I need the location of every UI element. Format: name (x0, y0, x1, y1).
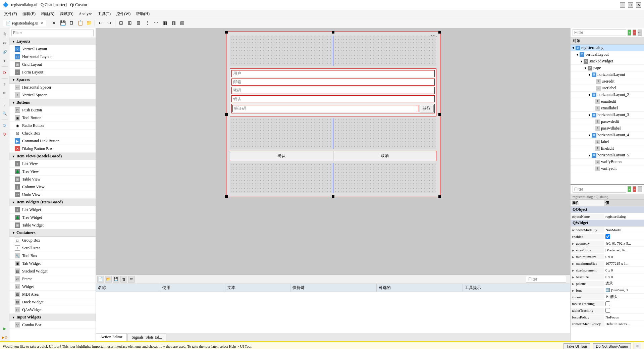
strip-search[interactable]: 🔍 (1, 110, 8, 117)
tab-close-btn[interactable]: ✕ (40, 21, 43, 26)
sidebar-item-scroll-area[interactable]: ↕ Scroll Area (9, 244, 96, 252)
strip-qtchat-debug[interactable]: Qt (1, 130, 8, 138)
strip-mode-pointer[interactable]: 🖰 (1, 31, 8, 38)
prop-geometry[interactable]: ▶ geometry {(0, 0), 792 x 5... (571, 240, 644, 247)
sidebar-item-form-layout[interactable]: ≡ Form Layout (9, 68, 96, 76)
section-containers[interactable]: ▼ Containers (9, 229, 96, 237)
sidebar-item-h-spacer[interactable]: ↔ Horizontal Spacer (9, 84, 96, 91)
maximize-btn[interactable]: □ (628, 2, 633, 8)
strip-help[interactable]: ? (1, 101, 8, 108)
prop-filter-add-btn[interactable]: + (628, 186, 631, 192)
prop-filter-options-btn[interactable]: ⋯ (638, 186, 642, 192)
close-btn[interactable]: ✕ (636, 2, 641, 8)
take-ui-tour-btn[interactable]: Take UI Tour (564, 343, 590, 349)
toolbar-align4[interactable]: ⋮ (143, 19, 151, 27)
strip-project[interactable]: P (1, 81, 8, 88)
strip-debug[interactable]: D (1, 69, 8, 76)
sidebar-item-group-box[interactable]: □ Group Box (9, 237, 96, 244)
cancel-button[interactable]: 取消 (333, 151, 436, 161)
no-show-btn[interactable]: Do Not Show Again (593, 343, 631, 349)
handle-br[interactable] (438, 195, 441, 198)
tree-page[interactable]: ▼ P page (571, 65, 644, 71)
prop-windowModality[interactable]: windowModality NonModal (571, 227, 644, 233)
toolbar-save1[interactable]: 💾 (59, 19, 67, 27)
tab-action-editor[interactable]: Action Editor (96, 333, 127, 341)
prop-tabletTracking-checkbox[interactable] (605, 308, 610, 313)
section-spacers[interactable]: ▼ Spacers (9, 76, 96, 84)
confirm-button[interactable]: 确认 (230, 151, 333, 161)
tree-stackedWidget[interactable]: ▼ S stackedWidget (571, 58, 644, 65)
menu-build[interactable]: 构建(B) (38, 10, 57, 17)
object-filter-options-btn[interactable]: ⋯ (638, 30, 642, 36)
section-buttons[interactable]: ▼ Buttons (9, 99, 96, 106)
toolbar-align7[interactable]: ▥ (169, 19, 177, 27)
prop-contextMenuPolicy[interactable]: contextMenuPolicy DefaultContex... (571, 320, 644, 327)
email-input[interactable] (231, 79, 435, 86)
tree-arrow-verticalLayout[interactable]: ▼ (576, 53, 579, 56)
prop-sizeIncrement[interactable]: ▶ sizeIncrement 0 x 0 (571, 267, 644, 273)
design-canvas-wrapper[interactable]: ◀ ▶ (96, 28, 570, 274)
sidebar-item-stacked-widget[interactable]: ▤ Stacked Widget (9, 267, 96, 275)
section-item-views[interactable]: ▼ Item Views (Model-Based) (9, 153, 96, 160)
prop-cursor[interactable]: cursor 🖱 箭头 (571, 294, 644, 300)
sidebar-item-command-link-button[interactable]: ▶ Command Link Button (9, 137, 96, 145)
section-item-widgets[interactable]: ▼ Item Widgets (Item-Based) (9, 199, 96, 206)
sidebar-item-push-button[interactable]: □ Push Button (9, 106, 96, 114)
menu-tools[interactable]: 工具(T) (95, 10, 113, 17)
prop-tabletTracking[interactable]: tabletTracking (571, 307, 644, 314)
prop-focusPolicy[interactable]: focusPolicy NoFocus (571, 314, 644, 320)
sidebar-item-mdi-area[interactable]: ⊡ MDI Area (9, 291, 96, 298)
tab-signals-slots[interactable]: Signals_Slots Ed... (127, 334, 167, 341)
section-layouts[interactable]: ▼ Layouts (9, 38, 96, 45)
tour-close-btn[interactable]: ✕ (634, 343, 641, 349)
sidebar-item-table-widget[interactable]: ⊞ Table Widget (9, 221, 96, 229)
sidebar-item-tab-widget[interactable]: ▣ Tab Widget (9, 260, 96, 267)
prop-objectName[interactable]: objectName registerdialog (571, 213, 644, 220)
minimize-btn[interactable]: ─ (620, 2, 625, 8)
toolbar-save4[interactable]: 📁 (85, 19, 93, 27)
sidebar-item-horizontal-layout[interactable]: H Horizontal Layout (9, 53, 96, 61)
prop-filter-input[interactable] (573, 186, 626, 193)
prop-filter-remove-btn[interactable]: − (633, 186, 636, 192)
sidebar-filter-input[interactable] (11, 30, 94, 36)
tree-arrow-hLayout[interactable]: ▼ (588, 73, 591, 77)
tree-horizontalLayout[interactable]: ▼ H horizontalLayout (571, 71, 644, 78)
tree-emaillabel[interactable]: L emaillabel (571, 105, 644, 112)
strip-mode-tab[interactable]: T (1, 57, 8, 64)
toolbar-undo[interactable]: ↩ (97, 19, 105, 27)
toolbar-align2[interactable]: ⊞ (126, 19, 134, 27)
strip-run[interactable]: ▶ (1, 325, 8, 332)
sidebar-item-grid-layout[interactable]: ⊞ Grid Layout (9, 61, 96, 68)
sidebar-item-v-spacer[interactable]: ↕ Vertical Spacer (9, 91, 96, 99)
sidebar-item-table-view[interactable]: ⊞ Table View (9, 176, 96, 183)
action-del-btn[interactable]: 🗑 (120, 276, 127, 283)
sidebar-item-column-view[interactable]: ∥ Column View (9, 183, 96, 191)
sidebar-item-dialog-button-box[interactable]: ✕ Dialog Button Box (9, 145, 96, 153)
handle-ml[interactable] (225, 113, 228, 116)
toolbar-align6[interactable]: ▦ (161, 19, 169, 27)
toolbar-save2[interactable]: 🗒 (67, 19, 75, 27)
tree-lineEdit[interactable]: E lineEdit (571, 145, 644, 152)
toolbar-align8[interactable]: ▤ (178, 19, 186, 27)
sidebar-item-tool-button[interactable]: ▣ Tool Button (9, 114, 96, 122)
prop-mouseTracking-checkbox[interactable] (605, 301, 610, 306)
prop-enabled[interactable]: enabled (571, 233, 644, 240)
prop-palette[interactable]: ▶ palette 透承 (571, 280, 644, 287)
prop-enabled-checkbox[interactable] (605, 234, 610, 239)
menu-widgets[interactable]: 控件(W) (113, 10, 133, 17)
menu-file[interactable]: 文件(F) (1, 10, 20, 17)
file-tab[interactable]: 📄 registerdialog.ui ✕ (3, 20, 46, 27)
tree-horizontalLayout2[interactable]: ▼ H horizontalLayout_2 (571, 92, 644, 98)
strip-edit[interactable]: ✏ (1, 89, 8, 97)
tree-passwdedit[interactable]: E passwdedit (571, 118, 644, 125)
sidebar-item-check-box[interactable]: ☑ Check Box (9, 130, 96, 137)
tree-verticalLayout[interactable]: ▼ V verticalLayout (571, 51, 644, 58)
tree-horizontalLayout4[interactable]: ▼ H horizontalLayout_4 (571, 132, 644, 139)
action-edit-btn[interactable]: ✏ (128, 276, 135, 283)
tree-emailedit[interactable]: E emailedit (571, 98, 644, 105)
tree-arrow-page[interactable]: ▼ (584, 66, 587, 70)
sidebar-item-list-widget[interactable]: ≡ List Widget (9, 206, 96, 214)
tree-label[interactable]: L label (571, 139, 644, 145)
sidebar-item-tool-box[interactable]: 🔧 Tool Box (9, 252, 96, 260)
toolbar-align1[interactable]: ⊟ (117, 19, 125, 27)
